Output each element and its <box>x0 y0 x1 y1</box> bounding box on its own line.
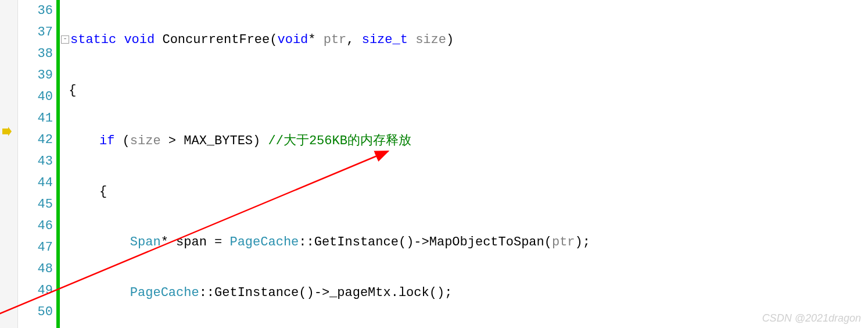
line-number: 49 <box>18 280 53 301</box>
parameter: size <box>415 33 446 47</box>
code-line[interactable]: if (size > MAX_BYTES) //大于256KB的内存释放 <box>61 130 868 152</box>
parameter: ptr <box>324 33 347 47</box>
line-number: 40 <box>18 86 53 108</box>
keyword: void <box>124 33 155 47</box>
type: size_t <box>362 33 408 47</box>
keyword: if <box>99 134 114 148</box>
line-number: 44 <box>18 172 53 194</box>
line-number: 45 <box>18 194 53 215</box>
line-number: 43 <box>18 151 53 172</box>
line-number: 46 <box>18 215 53 237</box>
keyword: static <box>70 33 116 47</box>
code-line[interactable]: { <box>61 80 868 101</box>
svg-marker-0 <box>2 127 12 136</box>
function-name: ConcurrentFree <box>162 33 270 47</box>
code-line[interactable]: Span* span = PageCache::GetInstance()->M… <box>61 231 868 253</box>
line-number: 37 <box>18 22 53 43</box>
fold-toggle-icon[interactable]: - <box>61 35 69 44</box>
watermark: CSDN @2021dragon <box>762 312 861 325</box>
type: Span <box>130 235 161 249</box>
code-line[interactable]: -static void ConcurrentFree(void* ptr, s… <box>61 29 868 51</box>
breakpoint-margin[interactable] <box>0 0 18 328</box>
code-line[interactable]: PageCache::GetInstance()->_pageMtx.lock(… <box>61 282 868 304</box>
line-number: 47 <box>18 237 53 258</box>
code-line[interactable]: { <box>61 181 868 202</box>
line-number-gutter[interactable]: 36 37 38 39 40 41 42 43 44 45 46 47 48 4… <box>18 0 56 328</box>
type: PageCache <box>229 235 299 249</box>
type: PageCache <box>130 286 199 300</box>
code-area[interactable]: -static void ConcurrentFree(void* ptr, s… <box>60 0 868 328</box>
execution-pointer-icon <box>2 126 12 135</box>
line-number: 42 <box>18 129 53 151</box>
line-number: 39 <box>18 65 53 86</box>
line-number: 50 <box>18 301 53 323</box>
line-number: 41 <box>18 108 53 129</box>
comment: //大于256KB的内存释放 <box>268 134 411 148</box>
line-number: 48 <box>18 258 53 280</box>
line-number: 36 <box>18 0 53 22</box>
line-number: 38 <box>18 43 53 65</box>
code-editor[interactable]: 36 37 38 39 40 41 42 43 44 45 46 47 48 4… <box>0 0 868 328</box>
